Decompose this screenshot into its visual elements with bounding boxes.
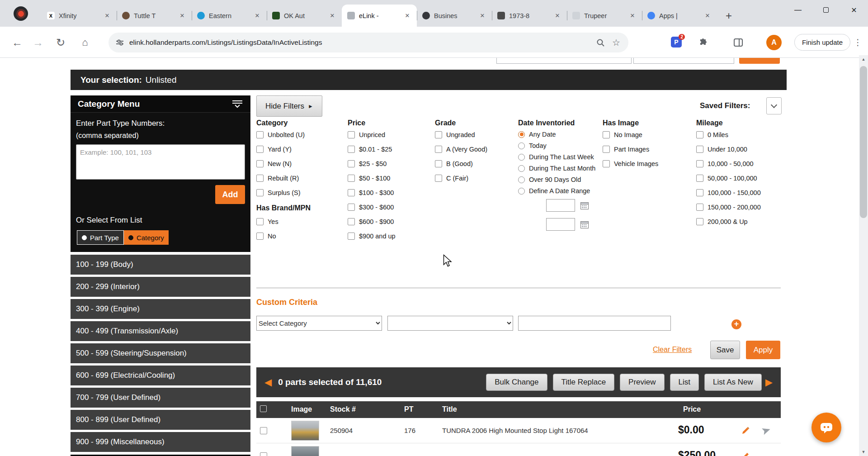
filter-option[interactable]: $600 - $900	[348, 217, 431, 227]
tab-trupeer[interactable]: Trupeer✕	[567, 5, 642, 27]
part-thumbnail[interactable]	[291, 421, 319, 441]
category-range-item[interactable]: 500 - 599 (Steering/Suspension)	[71, 343, 250, 363]
filter-option[interactable]: Today	[518, 141, 609, 150]
custom-criteria-category-select[interactable]: Select Category	[256, 316, 382, 331]
parts-action-button[interactable]: Title Replace	[553, 374, 615, 391]
filter-option[interactable]: Unpriced	[348, 130, 431, 140]
radio-icon[interactable]	[518, 131, 525, 138]
category-range-item[interactable]: 400 - 499 (Transmission/Axle)	[71, 321, 250, 341]
filter-option[interactable]: 50,000 - 100,000	[696, 173, 781, 183]
filter-option[interactable]: Yes	[256, 217, 342, 227]
side-panel-icon[interactable]	[730, 34, 746, 51]
tab-xfinity[interactable]: XXfinity✕	[42, 5, 117, 27]
maximize-button[interactable]	[812, 0, 840, 20]
checkbox-icon[interactable]	[256, 233, 264, 240]
recording-indicator-icon[interactable]	[14, 6, 28, 21]
tab-close-icon[interactable]: ✕	[328, 12, 336, 20]
filter-option[interactable]: B (Good)	[435, 159, 514, 169]
filter-option[interactable]: $0.01 - $25	[348, 144, 431, 154]
checkbox-icon[interactable]	[348, 160, 355, 167]
password-extension-icon[interactable]: P2	[671, 37, 682, 48]
tab-close-icon[interactable]: ✕	[403, 12, 411, 20]
checkbox-icon[interactable]	[603, 160, 610, 167]
tab-elink-active[interactable]: eLink -✕	[342, 5, 417, 27]
category-range-item[interactable]: 800 - 899 (User Defined)	[71, 410, 250, 430]
finish-update-button[interactable]: Finish update	[794, 34, 850, 51]
checkbox-icon[interactable]	[348, 218, 355, 225]
extensions-puzzle-icon[interactable]	[695, 34, 711, 51]
listing-row[interactable]: 250904 176 TUNDRA 2006 High Mounted Stop…	[256, 418, 781, 443]
part-numbers-input[interactable]	[76, 144, 245, 180]
scroll-down-icon[interactable]: ▼	[859, 448, 868, 456]
filter-option[interactable]: 10,000 - 50,000	[696, 159, 781, 169]
filter-option[interactable]: Over 90 Days Old	[518, 175, 609, 184]
checkbox-icon[interactable]	[696, 218, 703, 225]
checkbox-icon[interactable]	[348, 189, 355, 196]
category-range-item[interactable]: 900 - 999 (Miscellaneous)	[71, 432, 250, 452]
filter-option[interactable]: During The Last Month	[518, 164, 609, 173]
zoom-icon[interactable]	[596, 38, 605, 47]
checkbox-icon[interactable]	[348, 146, 355, 153]
filter-option[interactable]: Yard (Y)	[256, 144, 342, 154]
filter-option[interactable]: Unbolted (U)	[256, 130, 342, 140]
filter-option[interactable]: 200,000 & Up	[696, 217, 781, 227]
forward-button[interactable]: →	[30, 34, 46, 51]
reload-button[interactable]: ↻	[52, 34, 69, 51]
filter-option[interactable]: Under 10,000	[696, 144, 781, 154]
checkbox-icon[interactable]	[256, 146, 264, 153]
clear-filters-link[interactable]: Clear Filters	[653, 346, 692, 354]
category-range-item[interactable]: 100 - 199 (Body)	[71, 255, 250, 275]
tab-close-icon[interactable]: ✕	[103, 12, 111, 20]
filter-option[interactable]: C (Fair)	[435, 173, 514, 183]
parts-action-button[interactable]: List As New	[704, 374, 762, 391]
checkbox-icon[interactable]	[348, 131, 355, 138]
tab-apps[interactable]: Apps |✕	[642, 5, 717, 27]
checkbox-icon[interactable]	[603, 146, 610, 153]
back-button[interactable]: ←	[9, 34, 25, 51]
checkbox-icon[interactable]	[603, 131, 610, 138]
new-tab-button[interactable]: +	[722, 10, 735, 23]
parts-action-button[interactable]: List	[670, 374, 699, 391]
filter-option[interactable]: Rebuilt (R)	[256, 173, 342, 183]
profile-avatar[interactable]: A	[766, 35, 782, 50]
tab-eastern[interactable]: Eastern✕	[192, 5, 267, 27]
save-filters-button[interactable]: Save	[710, 341, 740, 359]
minimize-button[interactable]: —	[784, 0, 812, 20]
filter-option[interactable]: Part Images	[603, 144, 693, 154]
home-button[interactable]: ⌂	[77, 34, 93, 51]
category-range-item[interactable]: 700 - 799 (User Defined)	[71, 388, 250, 408]
url-text[interactable]: elink.hollanderparts.com/Listings/Listin…	[129, 38, 596, 47]
tab-1973[interactable]: 1973-8✕	[492, 5, 567, 27]
filter-option[interactable]: 100,000 - 150,000	[696, 188, 781, 198]
previous-page-icon[interactable]: ◀	[264, 377, 272, 388]
toggle-category[interactable]: Category	[124, 230, 169, 245]
tab-close-icon[interactable]: ✕	[553, 12, 561, 20]
scroll-up-icon[interactable]: ▲	[859, 55, 868, 63]
filter-option[interactable]: A (Very Good)	[435, 144, 514, 154]
checkbox-icon[interactable]	[348, 175, 355, 182]
filter-option[interactable]: New (N)	[256, 159, 342, 169]
tab-close-icon[interactable]: ✕	[253, 12, 261, 20]
filter-option[interactable]: 0 Miles	[696, 130, 781, 140]
filter-option[interactable]: No	[256, 231, 342, 241]
listing-row[interactable]: $250.00	[256, 443, 781, 456]
tab-close-icon[interactable]: ✕	[178, 12, 186, 20]
edit-icon[interactable]	[741, 426, 750, 437]
filter-option[interactable]: Vehicle Images	[603, 159, 693, 169]
tab-close-icon[interactable]: ✕	[703, 12, 712, 20]
checkbox-icon[interactable]	[256, 131, 264, 138]
tab-tuttle[interactable]: Tuttle T✕	[117, 5, 192, 27]
date-to-input[interactable]	[546, 218, 575, 231]
filter-option[interactable]: Any Date	[518, 130, 609, 139]
filter-option[interactable]: During The Last Week	[518, 152, 609, 162]
toggle-part-type[interactable]: Part Type	[77, 230, 124, 245]
menu-collapse-icon[interactable]	[231, 100, 243, 108]
search-button-partial[interactable]	[739, 58, 780, 64]
checkbox-icon[interactable]	[696, 204, 703, 211]
calendar-icon[interactable]	[580, 221, 589, 228]
checkbox-icon[interactable]	[696, 146, 703, 153]
scrollbar-thumb[interactable]	[860, 66, 867, 218]
tab-close-icon[interactable]: ✕	[628, 12, 637, 20]
radio-icon[interactable]	[518, 165, 525, 172]
checkbox-icon[interactable]	[696, 175, 703, 182]
